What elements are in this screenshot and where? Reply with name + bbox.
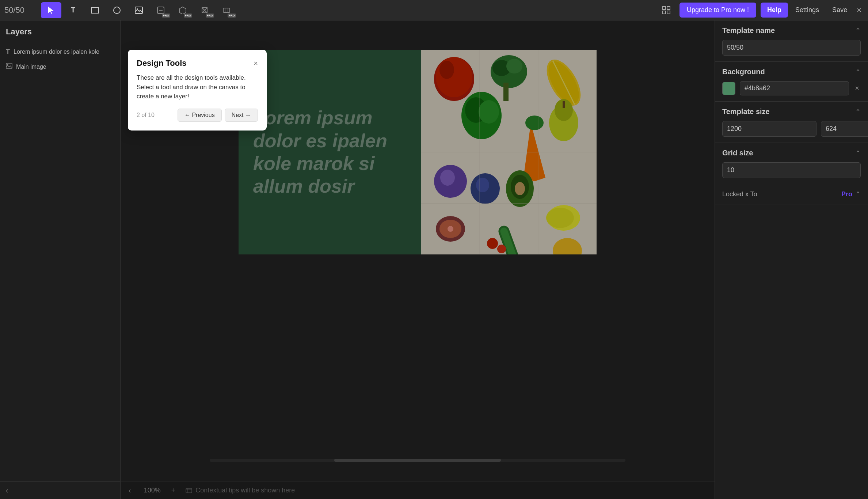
select-icon	[47, 6, 55, 14]
svg-rect-24	[503, 83, 509, 101]
layer-item-image[interactable]: Main image	[0, 59, 120, 74]
fruits-svg	[421, 50, 597, 254]
zoom-plus-btn[interactable]: +	[171, 487, 175, 494]
svg-point-44	[448, 226, 453, 232]
background-color-swatch[interactable]	[722, 82, 735, 95]
modal-close-btn[interactable]: ×	[254, 59, 258, 68]
help-btn[interactable]: Help	[761, 3, 788, 18]
ellipse-tool-btn[interactable]	[107, 2, 127, 18]
grid-size-collapse-btn[interactable]: ⌃	[855, 149, 861, 157]
zoom-label: 50/50	[4, 5, 34, 15]
pro-badge-2: PRO	[184, 14, 192, 18]
template-size-title: Template size	[722, 107, 770, 116]
template-width-input[interactable]	[722, 121, 816, 137]
pro-badge-4: PRO	[228, 14, 236, 18]
svg-marker-7	[179, 7, 186, 14]
background-section: Background ⌃ ×	[715, 62, 868, 102]
modal-next-btn[interactable]: Next →	[225, 109, 258, 122]
save-btn[interactable]: Save	[826, 3, 853, 18]
svg-rect-12	[667, 7, 670, 10]
pro-section-collapse-btn[interactable]: ⌃	[855, 190, 861, 198]
svg-point-20	[439, 61, 454, 79]
svg-marker-0	[48, 7, 54, 14]
template-size-section: Template size ⌃	[715, 102, 868, 143]
pro-tool-1-icon	[157, 6, 165, 14]
sidebar-layers: T Lorem ipsum dolor es ipalen kole Main …	[0, 41, 120, 481]
settings-btn[interactable]: Settings	[789, 3, 825, 18]
template-name-input[interactable]	[722, 40, 861, 56]
contextual-hint-text: Contextual tips will be shown here	[195, 487, 295, 494]
template-size-row	[722, 121, 861, 137]
canvas-scrollbar[interactable]	[210, 459, 625, 462]
svg-point-2	[114, 7, 120, 14]
pro-badge-3: PRO	[206, 14, 214, 18]
svg-point-28	[525, 116, 544, 130]
svg-rect-1	[91, 7, 99, 13]
template-height-input[interactable]	[821, 121, 868, 137]
svg-rect-13	[663, 11, 666, 14]
rect-tool-btn[interactable]	[85, 2, 105, 18]
pro-tool-4-btn[interactable]: PRO	[216, 2, 237, 18]
svg-point-31	[479, 100, 499, 124]
grid-size-input[interactable]	[722, 162, 861, 178]
contextual-hint: Contextual tips will be shown here	[185, 487, 295, 494]
background-header: Background ⌃	[722, 68, 861, 76]
background-color-row: ×	[722, 81, 861, 95]
svg-point-46	[546, 208, 574, 228]
pro-section-label: Locked x To	[722, 190, 757, 198]
modal-footer: 2 of 10 ← Previous Next →	[137, 109, 258, 122]
pro-tool-2-btn[interactable]: PRO	[172, 2, 193, 18]
pro-tool-2-icon	[179, 6, 187, 14]
template-name-title: Template name	[722, 26, 775, 35]
svg-point-19	[436, 57, 472, 97]
svg-rect-34	[563, 101, 565, 108]
pro-section-link[interactable]: Locked x To Pro ⌃	[722, 190, 861, 198]
text-icon: T	[71, 6, 75, 14]
toolbar: 50/50 T PRO PRO	[0, 0, 868, 20]
background-collapse-btn[interactable]: ⌃	[855, 68, 861, 76]
template-name-collapse-btn[interactable]: ⌃	[855, 27, 861, 35]
rect-icon	[91, 7, 99, 14]
right-panel: Template name ⌃ Background ⌃ × Template …	[715, 20, 868, 499]
svg-point-38	[476, 178, 489, 192]
pro-tool-3-btn[interactable]: PRO	[194, 2, 215, 18]
canvas-scrollbar-thumb	[334, 459, 500, 462]
background-title: Background	[722, 68, 765, 76]
modal-nav: ← Previous Next →	[178, 109, 258, 122]
select-tool-btn[interactable]	[41, 2, 61, 18]
image-icon	[135, 7, 143, 14]
grid-size-section: Grid size ⌃	[715, 143, 868, 184]
grid-toggle-btn[interactable]	[658, 2, 675, 18]
grid-size-title: Grid size	[722, 149, 753, 157]
grid-icon	[662, 6, 671, 15]
template-name-section: Template name ⌃	[715, 20, 868, 62]
modal-prev-btn[interactable]: ← Previous	[178, 109, 222, 122]
canvas-content: Lorem ipsum dolor es ipalenkole marok si…	[239, 50, 597, 254]
svg-rect-8	[223, 8, 230, 12]
pro-section[interactable]: Locked x To Pro ⌃	[715, 184, 868, 204]
text-layer-icon: T	[6, 48, 10, 56]
image-layer-icon	[6, 63, 12, 71]
modal-counter: 2 of 10	[137, 112, 155, 118]
canvas-prev-btn[interactable]: ‹	[126, 484, 133, 497]
svg-point-51	[487, 238, 498, 249]
template-name-header: Template name ⌃	[722, 26, 861, 35]
image-tool-btn[interactable]	[129, 2, 149, 18]
layer-image-label: Main image	[16, 64, 46, 70]
sidebar-collapse-btn[interactable]: ‹	[6, 486, 8, 495]
modal-header: Design Tools ×	[137, 58, 258, 68]
template-size-collapse-btn[interactable]: ⌃	[855, 108, 861, 116]
svg-rect-58	[186, 488, 192, 493]
pro-tool-1-btn[interactable]: PRO	[151, 2, 171, 18]
close-toolbar-btn[interactable]: ×	[854, 3, 864, 17]
left-sidebar: Layers T Lorem ipsum dolor es ipalen kol…	[0, 20, 121, 499]
layer-item-text[interactable]: T Lorem ipsum dolor es ipalen kole	[0, 44, 120, 59]
design-tools-modal: Design Tools × These are all the design …	[128, 50, 267, 131]
text-tool-btn[interactable]: T	[63, 2, 83, 18]
pro-tool-3-icon	[201, 6, 209, 14]
upgrade-btn[interactable]: Upgrade to Pro now !	[679, 3, 756, 18]
background-color-remove-btn[interactable]: ×	[853, 83, 861, 94]
background-color-input[interactable]	[740, 81, 849, 95]
svg-rect-14	[667, 11, 670, 14]
main-area: Layers T Lorem ipsum dolor es ipalen kol…	[0, 20, 868, 499]
